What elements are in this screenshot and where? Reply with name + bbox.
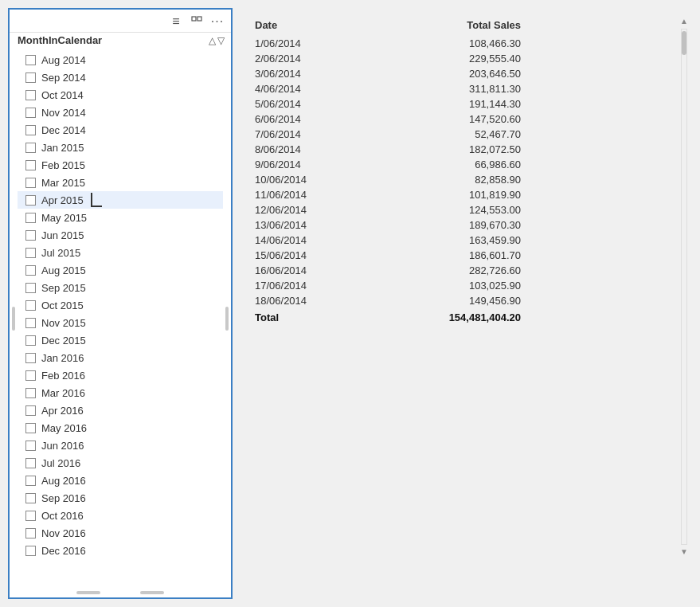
filter-checkbox[interactable] [25, 511, 36, 521]
filter-list-item[interactable]: Oct 2016 [18, 507, 223, 524]
filter-list-item[interactable]: Apr 2016 [18, 401, 223, 419]
cell-date: 15/06/2014 [248, 248, 369, 263]
filter-checkbox[interactable] [25, 265, 36, 276]
filter-checkbox[interactable] [25, 125, 36, 135]
filter-checkbox[interactable] [25, 143, 36, 153]
table-panel: Date Total Sales 1/06/2014108,466.302/06… [248, 8, 692, 333]
filter-list-item[interactable]: May 2015 [18, 209, 223, 226]
filter-checkbox[interactable] [25, 353, 36, 363]
filter-list-item[interactable]: Nov 2014 [18, 104, 223, 121]
filter-list-item[interactable]: Jun 2016 [18, 437, 223, 454]
filter-list-item[interactable]: Aug 2015 [18, 261, 223, 279]
filter-checkbox[interactable] [25, 195, 36, 206]
filter-list-item[interactable]: Sep 2014 [18, 69, 223, 86]
filter-checkbox[interactable] [25, 318, 36, 328]
filter-list-item[interactable]: Jul 2016 [18, 454, 223, 472]
bottom-handle-left[interactable] [76, 591, 100, 594]
bottom-handle-right[interactable] [140, 591, 164, 594]
filter-list-item[interactable]: Sep 2015 [18, 279, 223, 296]
filter-item-label: Jul 2016 [41, 457, 80, 469]
filter-checkbox[interactable] [25, 283, 36, 293]
right-scrollbar[interactable]: ▲ ▼ [680, 16, 688, 558]
filter-item-label: Mar 2015 [41, 177, 85, 189]
filter-list-item[interactable]: Jan 2015 [18, 139, 223, 156]
more-icon[interactable]: ··· [210, 14, 225, 29]
filter-list-item[interactable]: Feb 2016 [18, 366, 223, 384]
filter-checkbox[interactable] [25, 493, 36, 503]
right-resize-handle[interactable] [223, 49, 231, 588]
filter-item-label: Nov 2015 [41, 317, 86, 329]
filter-checkbox[interactable] [25, 55, 36, 65]
filter-checkbox[interactable] [25, 213, 36, 223]
filter-checkbox[interactable] [25, 458, 36, 468]
filter-list-item[interactable]: Jan 2016 [18, 349, 223, 366]
filter-item-label: May 2015 [41, 212, 87, 224]
filter-checkbox[interactable] [25, 528, 36, 538]
cell-total-sales: 103,025.90 [369, 278, 527, 293]
filter-checkbox[interactable] [25, 370, 36, 381]
table-row: 3/06/2014203,646.50 [248, 66, 527, 81]
sort-controls[interactable]: △ ▽ [209, 35, 225, 46]
filter-list-item[interactable]: Oct 2014 [18, 86, 223, 104]
filter-list-item[interactable]: Nov 2015 [18, 314, 223, 331]
filter-item-label: Dec 2015 [41, 335, 86, 347]
filter-list-item[interactable]: Jul 2015 [18, 244, 223, 261]
cell-date: 2/06/2014 [248, 51, 369, 66]
filter-list-item[interactable]: Sep 2016 [18, 489, 223, 507]
filter-checkbox[interactable] [25, 248, 36, 258]
filter-list-item[interactable]: Feb 2015 [18, 156, 223, 174]
filter-checkbox[interactable] [25, 441, 36, 451]
filter-list-item[interactable]: Oct 2015 [18, 296, 223, 314]
filter-list-item[interactable]: Aug 2016 [18, 472, 223, 489]
cell-date: 12/06/2014 [248, 202, 369, 217]
filter-checkbox[interactable] [25, 160, 36, 170]
filter-item-label: Oct 2015 [41, 300, 84, 311]
scroll-down-arrow[interactable]: ▼ [680, 546, 688, 558]
cell-total-sales: 182,072.50 [369, 142, 527, 157]
filter-checkbox[interactable] [25, 300, 36, 311]
filter-list-item[interactable]: Dec 2016 [18, 542, 223, 559]
filter-checkbox[interactable] [25, 108, 36, 118]
grid-icon[interactable] [190, 14, 204, 29]
filter-checkbox[interactable] [25, 405, 36, 416]
filter-list-item[interactable]: Dec 2014 [18, 121, 223, 139]
filter-item-label: Apr 2016 [41, 405, 84, 417]
filter-list[interactable]: Aug 2014Sep 2014Oct 2014Nov 2014Dec 2014… [18, 49, 223, 588]
filter-list-item[interactable]: Mar 2016 [18, 384, 223, 401]
scroll-thumb[interactable] [682, 31, 686, 55]
cell-total-sales: 203,646.50 [369, 66, 527, 81]
cell-total-sales: 52,467.70 [369, 127, 527, 142]
filter-list-item[interactable]: Mar 2015 [18, 174, 223, 191]
filter-checkbox[interactable] [25, 335, 36, 346]
filter-item-label: Feb 2016 [41, 370, 85, 382]
left-resize-handle[interactable] [10, 49, 18, 588]
table-row: 8/06/2014182,072.50 [248, 142, 527, 157]
filter-list-item[interactable]: May 2016 [18, 419, 223, 437]
filter-checkbox[interactable] [25, 546, 36, 556]
filter-checkbox[interactable] [25, 72, 36, 83]
table-row: 5/06/2014191,144.30 [248, 96, 527, 112]
filter-checkbox[interactable] [25, 90, 36, 100]
filter-list-item[interactable]: Aug 2014 [18, 51, 223, 69]
filter-checkbox[interactable] [25, 230, 36, 241]
filter-checkbox[interactable] [25, 178, 36, 188]
menu-icon[interactable]: ≡ [169, 14, 183, 29]
filter-list-item[interactable]: Dec 2015 [18, 331, 223, 349]
filter-checkbox[interactable] [25, 476, 36, 486]
filter-checkbox[interactable] [25, 423, 36, 433]
table-row: 15/06/2014186,601.70 [248, 248, 527, 263]
table-row: 10/06/201482,858.90 [248, 172, 527, 187]
filter-panel: ≡ ··· MonthInCalendar △ ▽ Aug 2014Sep 20… [8, 8, 233, 599]
cell-date: 18/06/2014 [248, 293, 369, 308]
scroll-up-arrow[interactable]: ▲ [680, 16, 688, 27]
bottom-resize-handles[interactable] [10, 588, 231, 597]
scroll-track[interactable] [681, 29, 687, 545]
filter-checkbox[interactable] [25, 388, 36, 398]
filter-list-item[interactable]: Apr 2015 [18, 191, 223, 209]
sort-asc-icon[interactable]: △ [209, 35, 216, 46]
filter-list-item[interactable]: Jun 2015 [18, 226, 223, 244]
sort-desc-icon[interactable]: ▽ [217, 35, 225, 46]
filter-list-item[interactable]: Nov 2016 [18, 524, 223, 542]
cell-date: 9/06/2014 [248, 157, 369, 172]
table-row: 6/06/2014147,520.60 [248, 112, 527, 127]
